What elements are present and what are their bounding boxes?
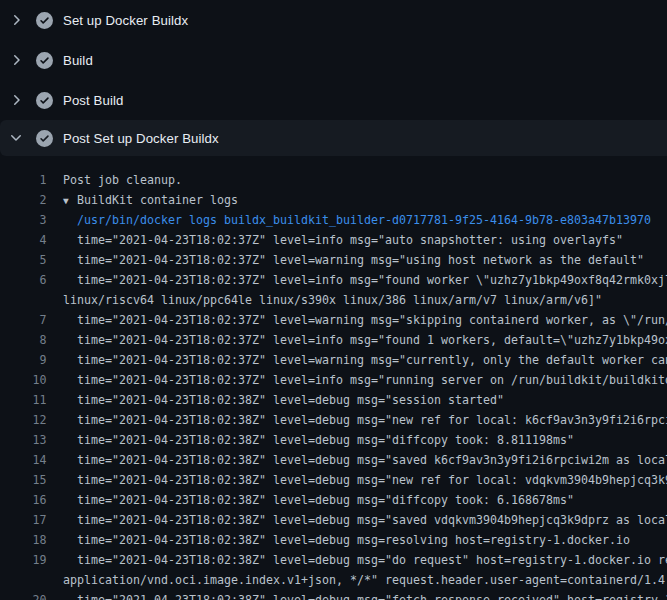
log-line: 14 time="2021-04-23T18:02:38Z" level=deb… [0,450,667,470]
log-line-text: time="2021-04-23T18:02:37Z" level=warnin… [63,313,667,327]
log-line-number[interactable]: 12 [0,413,47,427]
log-line-number[interactable]: 14 [0,453,47,467]
log-line-number[interactable]: 6 [0,273,47,287]
log-line-text: time="2021-04-23T18:02:37Z" level=info m… [63,233,623,247]
log-line-text: time="2021-04-23T18:02:38Z" level=debug … [63,553,667,567]
log-line-text: time="2021-04-23T18:02:38Z" level=debug … [63,593,667,600]
log-line-text: application/vnd.oci.image.index.v1+json,… [63,573,667,587]
log-line: application/vnd.oci.image.index.v1+json,… [0,570,667,590]
chevron-down-icon[interactable] [8,130,24,146]
log-line-text: Post job cleanup. [63,173,182,187]
check-circle-icon [36,130,53,147]
log-line: 18 time="2021-04-23T18:02:38Z" level=deb… [0,530,667,550]
group-collapse-icon[interactable]: ▼ [63,195,77,206]
log-line: 17 time="2021-04-23T18:02:38Z" level=deb… [0,510,667,530]
log-line-text: /usr/bin/docker logs buildx_buildkit_bui… [63,213,651,227]
log-line-number[interactable]: 8 [0,333,47,347]
log-line-text: time="2021-04-23T18:02:38Z" level=debug … [63,533,630,547]
log-line-text: time="2021-04-23T18:02:37Z" level=info m… [63,273,667,287]
log-line-text: time="2021-04-23T18:02:37Z" level=info m… [63,373,667,387]
log-line-number[interactable]: 19 [0,553,47,567]
log-line-number[interactable]: 7 [0,313,47,327]
step-row[interactable]: Set up Docker Buildx [0,0,667,40]
log-line-text: time="2021-04-23T18:02:38Z" level=debug … [63,433,574,447]
step-label: Post Set up Docker Buildx [63,131,219,146]
log-line: 16 time="2021-04-23T18:02:38Z" level=deb… [0,490,667,510]
chevron-right-icon[interactable] [8,12,24,28]
log-line: linux/riscv64 linux/ppc64le linux/s390x … [0,290,667,310]
log-line: 5 time="2021-04-23T18:02:37Z" level=warn… [0,250,667,270]
log-line-text: time="2021-04-23T18:02:38Z" level=debug … [63,473,667,487]
log-line: 20 time="2021-04-23T18:02:38Z" level=deb… [0,590,667,600]
log-area: 1 Post job cleanup. 2 ▼BuildKit containe… [0,170,667,600]
check-circle-icon [36,92,53,109]
log-line-text: time="2021-04-23T18:02:38Z" level=debug … [63,493,574,507]
log-line-number[interactable]: 11 [0,393,47,407]
log-line-number[interactable]: 15 [0,473,47,487]
log-line-number[interactable]: 9 [0,353,47,367]
log-line: 4 time="2021-04-23T18:02:37Z" level=info… [0,230,667,250]
log-line-text: time="2021-04-23T18:02:38Z" level=debug … [63,513,667,527]
log-line-text: time="2021-04-23T18:02:37Z" level=info m… [63,333,667,347]
chevron-right-icon[interactable] [8,92,24,108]
log-line: 11 time="2021-04-23T18:02:38Z" level=deb… [0,390,667,410]
log-line-text: linux/riscv64 linux/ppc64le linux/s390x … [63,293,602,307]
step-row[interactable]: Post Build [0,80,667,120]
log-line-number[interactable]: 20 [0,593,47,600]
log-line: 15 time="2021-04-23T18:02:38Z" level=deb… [0,470,667,490]
log-line: 13 time="2021-04-23T18:02:38Z" level=deb… [0,430,667,450]
log-line: 8 time="2021-04-23T18:02:37Z" level=info… [0,330,667,350]
step-label: Post Build [63,93,123,108]
log-line: 6 time="2021-04-23T18:02:37Z" level=info… [0,270,667,290]
log-line-number[interactable]: 1 [0,173,47,187]
log-line: 1 Post job cleanup. [0,170,667,190]
log-line: 19 time="2021-04-23T18:02:38Z" level=deb… [0,550,667,570]
log-line-text: time="2021-04-23T18:02:38Z" level=debug … [63,393,504,407]
log-line-number[interactable]: 5 [0,253,47,267]
check-circle-icon [36,52,53,69]
log-line-number[interactable]: 3 [0,213,47,227]
log-line: 7 time="2021-04-23T18:02:37Z" level=warn… [0,310,667,330]
log-line-number[interactable]: 2 [0,193,47,207]
log-line: 3 /usr/bin/docker logs buildx_buildkit_b… [0,210,667,230]
log-line-text: time="2021-04-23T18:02:37Z" level=warnin… [63,353,667,367]
chevron-right-icon[interactable] [8,52,24,68]
log-line-text: time="2021-04-23T18:02:38Z" level=debug … [63,413,667,427]
step-row[interactable]: Build [0,40,667,80]
step-label: Set up Docker Buildx [63,13,188,28]
steps-list: Set up Docker Buildx Build Post Build Po… [0,0,667,156]
log-line: 10 time="2021-04-23T18:02:37Z" level=inf… [0,370,667,390]
log-line: 9 time="2021-04-23T18:02:37Z" level=warn… [0,350,667,370]
log-line-text: time="2021-04-23T18:02:37Z" level=warnin… [63,253,644,267]
log-line-text: time="2021-04-23T18:02:38Z" level=debug … [63,453,667,467]
log-line-number[interactable]: 18 [0,533,47,547]
log-line: 2 ▼BuildKit container logs [0,190,667,210]
log-line-number[interactable]: 16 [0,493,47,507]
log-line-number[interactable]: 13 [0,433,47,447]
log-line: 12 time="2021-04-23T18:02:38Z" level=deb… [0,410,667,430]
check-circle-icon [36,12,53,29]
step-label: Build [63,53,93,68]
log-line-number[interactable]: 10 [0,373,47,387]
step-row[interactable]: Post Set up Docker Buildx [0,120,667,156]
log-line-text[interactable]: ▼BuildKit container logs [63,193,238,207]
log-line-number[interactable]: 4 [0,233,47,247]
log-line-number[interactable]: 17 [0,513,47,527]
